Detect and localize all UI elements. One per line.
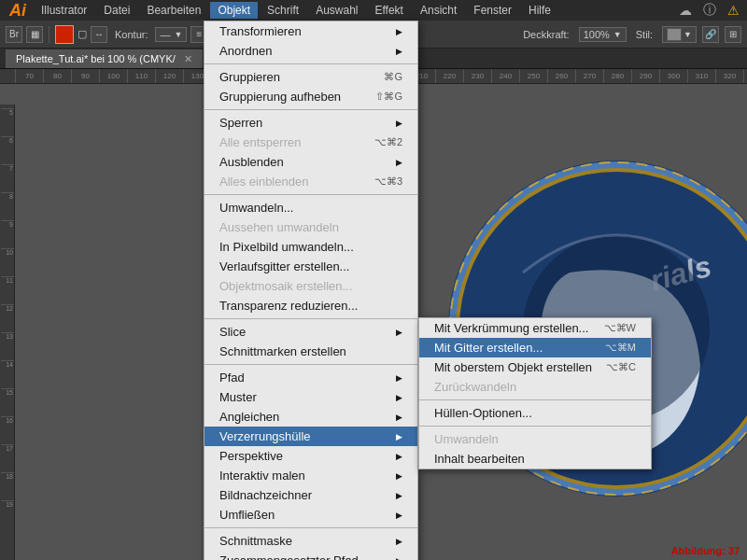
submenu-sep-1 xyxy=(419,399,651,400)
tool-icon-2[interactable]: ▦ xyxy=(26,26,43,43)
sep-2 xyxy=(204,109,417,110)
shortcut-entsperren: ⌥⌘2 xyxy=(374,136,402,148)
toolbar-right: Deckkraft: 100% ▼ Stil: ▼ 🔗 ⊞ xyxy=(519,26,741,43)
opacity-dropdown[interactable]: 100% ▼ xyxy=(579,27,627,42)
ruler-mark: 90 xyxy=(71,69,99,84)
more-options-icon[interactable]: ⊞ xyxy=(725,26,741,43)
v-ruler-mark: 7 xyxy=(1,164,14,192)
tab-label: Plakette_Tut.ai* bei 100 % (CMYK/ xyxy=(16,53,176,64)
menu-ausblenden[interactable]: Ausblenden xyxy=(204,152,417,172)
menu-bar-right-icons: ☁ ⓘ ⚠ xyxy=(675,2,743,19)
ruler-mark: 230 xyxy=(463,69,491,84)
ruler-vertical: 5 6 7 8 9 10 11 12 13 14 15 16 17 18 19 xyxy=(0,105,15,560)
menu-item-ansicht[interactable]: Ansicht xyxy=(413,2,464,19)
ruler-mark: 290 xyxy=(631,69,659,84)
cloud-icon[interactable]: ☁ xyxy=(675,3,696,18)
menu-objektmosaik: Objektmosaik erstellen... xyxy=(204,276,417,296)
toolbar-sep-1 xyxy=(49,26,49,43)
menu-slice[interactable]: Slice xyxy=(204,322,417,342)
ruler-mark: 270 xyxy=(575,69,603,84)
menu-zusammengesetzter-pfad[interactable]: Zusammengesetzter Pfad xyxy=(204,551,417,560)
menu-item-effekt[interactable]: Effekt xyxy=(367,2,410,19)
v-ruler-mark: 17 xyxy=(1,444,14,472)
submenu-hullen-optionen[interactable]: Hüllen-Optionen... xyxy=(419,403,651,423)
submenu-inhalt-bearbeiten[interactable]: Inhalt bearbeiten xyxy=(419,449,651,469)
menu-item-bearbeiten[interactable]: Bearbeiten xyxy=(139,2,208,19)
menu-item-objekt[interactable]: Objekt xyxy=(210,2,258,19)
info-icon[interactable]: ⓘ xyxy=(699,2,720,19)
tab-close[interactable]: ✕ xyxy=(184,53,192,64)
stil-dropdown[interactable]: ▼ xyxy=(662,26,697,43)
ruler-mark: 260 xyxy=(547,69,575,84)
menu-gruppieren[interactable]: Gruppieren ⌘G xyxy=(204,67,417,87)
v-ruler-mark: 11 xyxy=(1,276,14,304)
kontur-value: — xyxy=(160,29,170,40)
menu-aussehen-umwandeln: Aussehen umwandeln xyxy=(204,217,417,237)
menu-bar: Ai Illustrator Datei Bearbeiten Objekt S… xyxy=(0,0,747,21)
submenu-umwandeln: Umwandeln xyxy=(419,429,651,449)
menu-schnittmarken[interactable]: Schnittmarken erstellen xyxy=(204,342,417,361)
menu-muster[interactable]: Muster xyxy=(204,387,417,407)
document-tab[interactable]: Plakette_Tut.ai* bei 100 % (CMYK/ ✕ xyxy=(6,49,203,68)
ruler-mark: 320 xyxy=(715,69,743,84)
menu-item-schrift[interactable]: Schrift xyxy=(260,2,306,19)
fill-color[interactable] xyxy=(55,25,74,44)
warning-icon[interactable]: ⚠ xyxy=(724,3,743,18)
opacity-label: Deckkraft: xyxy=(519,27,573,42)
menu-verzerrungshulle[interactable]: Verzerrungshülle xyxy=(204,427,417,446)
ruler-mark: 280 xyxy=(603,69,631,84)
menu-verlaufsgitter[interactable]: Verlaufsgitter erstellen... xyxy=(204,257,417,276)
shortcut-gitter: ⌥⌘M xyxy=(605,342,636,354)
stil-label: Stil: xyxy=(632,27,656,42)
submenu-mit-verkrummung[interactable]: Mit Verkrümmung erstellen... ⌥⌘W xyxy=(419,318,651,338)
ruler-mark: 250 xyxy=(519,69,547,84)
kontur-arrow: ▼ xyxy=(174,30,182,39)
menu-item-hilfe[interactable]: Hilfe xyxy=(521,2,558,19)
menu-bildnachzeichner[interactable]: Bildnachzeichner xyxy=(204,485,417,505)
menu-item-illustrator[interactable]: Illustrator xyxy=(34,2,94,19)
stil-box xyxy=(667,28,682,41)
v-ruler-marks: 5 6 7 8 9 10 11 12 13 14 15 16 17 18 19 xyxy=(0,105,14,528)
ruler-mark: 300 xyxy=(659,69,687,84)
menu-angleichen[interactable]: Angleichen xyxy=(204,407,417,427)
menu-anordnen[interactable]: Anordnen xyxy=(204,41,417,61)
link-icon[interactable]: 🔗 xyxy=(702,26,719,43)
shortcut-gruppierung: ⇧⌘G xyxy=(375,91,402,103)
verzerrung-submenu: Mit Verkrümmung erstellen... ⌥⌘W Mit Git… xyxy=(418,317,652,469)
ruler-mark: 330 xyxy=(743,69,747,84)
menu-sperren[interactable]: Sperren xyxy=(204,113,417,133)
kontur-dropdown[interactable]: — ▼ xyxy=(155,27,187,42)
submenu-mit-oberstem[interactable]: Mit oberstem Objekt erstellen ⌥⌘C xyxy=(419,357,651,377)
submenu-zuruckwandeln: Zurückwandeln xyxy=(419,377,651,397)
tool-icon-1[interactable]: Br xyxy=(6,26,22,43)
abbildung-label: Abbildung: 37 xyxy=(671,545,740,556)
menu-interaktiv-malen[interactable]: Interaktiv malen xyxy=(204,466,417,485)
menu-item-datei[interactable]: Datei xyxy=(96,2,137,19)
submenu-mit-gitter[interactable]: Mit Gitter erstellen... ⌥⌘M xyxy=(419,338,651,357)
ruler-mark: 80 xyxy=(43,69,71,84)
sep-5 xyxy=(204,364,417,365)
ruler-mark: 110 xyxy=(127,69,155,84)
stil-arrow: ▼ xyxy=(684,30,692,39)
opacity-arrow: ▼ xyxy=(613,30,622,39)
menu-pfad[interactable]: Pfad xyxy=(204,368,417,387)
menu-pixelbild-umwandeln[interactable]: In Pixelbild umwandeln... xyxy=(204,237,417,257)
menu-item-auswahl[interactable]: Auswahl xyxy=(308,2,365,19)
menu-transformieren[interactable]: Transformieren xyxy=(204,21,417,41)
color-mode-icon[interactable]: ↔ xyxy=(91,26,107,43)
menu-alle-entsperren: Alle entsperren ⌥⌘2 xyxy=(204,133,417,152)
stroke-icon: ▢ xyxy=(78,28,87,40)
menu-schnittmaske[interactable]: Schnittmaske xyxy=(204,531,417,551)
ruler-mark: 240 xyxy=(491,69,519,84)
opacity-value: 100% xyxy=(584,29,610,40)
sep-6 xyxy=(204,527,417,528)
menu-perspektive[interactable]: Perspektive xyxy=(204,446,417,466)
menu-umfliessen[interactable]: Umfließen xyxy=(204,505,417,525)
v-ruler-mark: 18 xyxy=(1,472,14,500)
menu-transparenz[interactable]: Transparenz reduzieren... xyxy=(204,296,417,315)
ruler-mark: 70 xyxy=(15,69,43,84)
menu-item-fenster[interactable]: Fenster xyxy=(466,2,519,19)
menu-gruppierung-aufheben[interactable]: Gruppierung aufheben ⇧⌘G xyxy=(204,87,417,106)
ruler-mark: 100 xyxy=(99,69,127,84)
menu-umwandeln[interactable]: Umwandeln... xyxy=(204,198,417,217)
